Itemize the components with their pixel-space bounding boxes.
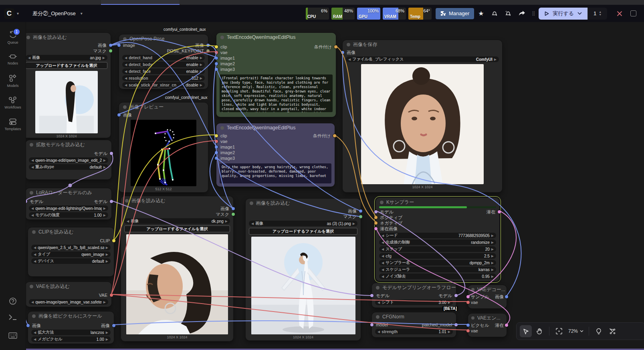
node-vae-decode[interactable]: VAEデコー... サンプル画像 vae <box>468 285 507 308</box>
sidebar-item-models[interactable]: Models <box>0 74 26 88</box>
port-latent-out-dot[interactable] <box>505 324 508 327</box>
upload-file-button[interactable]: アップロードするファイルを選択 <box>249 228 357 235</box>
port-vae-in-dot[interactable] <box>466 329 470 332</box>
shortcuts-button[interactable] <box>8 332 17 340</box>
node-cfgnorm[interactable]: CFGNorm modelpatched_model ◀strength1.01… <box>372 312 456 337</box>
drag-handle-icon[interactable]: ⣿ <box>532 11 535 16</box>
fit-view-button[interactable] <box>553 325 565 337</box>
batch-count-stepper[interactable]: 1 ▲▼ <box>587 8 607 20</box>
pan-tool-button[interactable] <box>533 325 545 337</box>
port-image-in-dot[interactable] <box>117 113 121 117</box>
node-textencode-negative[interactable]: TextEncodeQwenImageEditPlus clip条件付け vae… <box>216 123 335 187</box>
node-load-clip[interactable]: CLIPを読み込む CLIP ◀qwen/qwen_2.5_vl_7b_fp8_… <box>28 227 114 276</box>
port-image-out-dot[interactable] <box>359 209 362 213</box>
port-model-out-dot[interactable] <box>454 294 458 297</box>
collapse-dot[interactable] <box>123 37 127 41</box>
share-icon[interactable] <box>515 8 529 19</box>
widget-vae-file[interactable]: ◀qwen-image/qwen_image_vae.safetens...▶ <box>29 299 108 305</box>
port-image3-in-dot[interactable] <box>215 68 218 71</box>
port-mask-out-dot[interactable] <box>109 49 112 52</box>
clear-queue-icon[interactable] <box>613 8 626 19</box>
node-save-image[interactable]: 画像を保存 画像 ◀ファイル名_プレフィックスComfyUI▶ 1024 X 1… <box>343 40 502 192</box>
select-tool-button[interactable] <box>520 325 532 337</box>
port-negative-in-dot[interactable] <box>374 221 378 225</box>
node-vae-encode[interactable]: VAEエン... ピクセル潜在 vae <box>468 314 507 337</box>
widget-clip-type[interactable]: ◀タイプqwen_image▶ <box>31 251 111 257</box>
widget-detect-body[interactable]: ◀detect_bodyenable▶ <box>122 62 205 67</box>
node-load-diffusion-model[interactable]: 拡散モデルを読み込む モデル ◀qwen-image-edit/qwen_ima… <box>26 140 111 179</box>
comfyui-logo[interactable]: C <box>4 8 14 19</box>
toggle-minimap-button[interactable] <box>593 325 605 337</box>
port-vae-in-dot[interactable] <box>466 301 470 304</box>
port-clip-out-dot[interactable] <box>112 239 115 242</box>
node-ksampler[interactable]: Kサンプラー モデル潜在 ポジティブ ネガティブ 潜在画像 ◀シード777368… <box>376 198 499 281</box>
port-model-in-dot[interactable] <box>370 294 373 297</box>
port-image-out-dot[interactable] <box>505 295 508 298</box>
widget-image-file[interactable]: ◀画像an.jpg▶ <box>26 55 107 60</box>
collapse-dot[interactable] <box>125 199 129 203</box>
bell-icon[interactable] <box>488 8 501 19</box>
node-load-image-c[interactable]: 画像を読み込む 画像 マスク ◀画像as (3) (1).png▶ アップロード… <box>246 199 361 340</box>
widget-scale-stick[interactable]: ◀scale_stick_for_xinsr_cndisable▶ <box>122 82 205 88</box>
port-image-in-dot[interactable] <box>117 44 121 47</box>
port-conditioning-out-dot[interactable] <box>333 134 336 137</box>
collapse-dot[interactable] <box>32 314 36 318</box>
collapse-dot[interactable] <box>123 105 127 109</box>
port-clip-in-dot[interactable] <box>215 45 218 48</box>
widget-weight-dtype[interactable]: ◀重みdtypedefault▶ <box>29 164 108 170</box>
widget-model-file[interactable]: ◀qwen-image-edit/qwen_image_edit_2509 ..… <box>29 157 108 163</box>
node-scale-image[interactable]: 画像を総ピクセルにスケール 画像画像 ◀拡大方法lanczos▶ ◀メガピクセル… <box>28 312 114 344</box>
node-load-vae[interactable]: VAEを読み込む VAE ◀qwen-image/qwen_image_vae.… <box>26 282 111 307</box>
widget-lora-file[interactable]: ◀qwen-image-edit-lightning/Qwen-Image- .… <box>29 205 108 211</box>
prompt-textarea[interactable]: Only the upper body, wrong hairstyle, wr… <box>220 163 331 183</box>
collapse-dot[interactable] <box>26 36 30 39</box>
port-patched-model-out-dot[interactable] <box>454 323 458 326</box>
zoom-level-dropdown[interactable]: 72% <box>567 328 585 334</box>
port-image-in-dot[interactable] <box>341 51 344 54</box>
collapse-dot[interactable] <box>471 288 474 291</box>
node-load-image-a[interactable]: 画像を読み込む 画像 マスク ◀画像an.jpg▶ アップロードするファイルを選… <box>22 33 111 138</box>
port-pixels-in-dot[interactable] <box>466 324 470 327</box>
port-model-in-dot[interactable] <box>374 210 378 213</box>
port-image-out-dot[interactable] <box>109 44 112 47</box>
help-button[interactable] <box>9 297 17 307</box>
star-icon[interactable]: ★ <box>474 8 488 19</box>
port-model-in-dot[interactable] <box>370 323 373 326</box>
widget-shift[interactable]: ◀シフト3.00▶ <box>375 300 453 305</box>
panel-toggle-icon[interactable] <box>626 8 640 19</box>
port-mask-out-dot[interactable] <box>232 213 235 216</box>
sidebar-item-workflows[interactable]: Workflows <box>0 97 26 109</box>
widget-denoise[interactable]: ◀ノイズ除去0.95▶ <box>379 274 496 279</box>
upload-file-button[interactable]: アップロードするファイルを選択 <box>124 225 230 232</box>
port-model-out-dot[interactable] <box>110 152 113 155</box>
collapse-dot[interactable] <box>32 230 36 234</box>
sidebar-item-templates[interactable]: Templates <box>0 118 26 131</box>
port-image3-in-dot[interactable] <box>215 157 218 160</box>
widget-scheduler[interactable]: ◀スケジューラkarras▶ <box>379 267 496 272</box>
port-latent-out-dot[interactable] <box>498 210 501 213</box>
bell-alt-icon[interactable] <box>501 8 515 19</box>
collapse-dot[interactable] <box>347 43 350 46</box>
widget-filename-prefix[interactable]: ◀ファイル名_プレフィックスComfyUI▶ <box>346 56 499 62</box>
node-textencode-positive[interactable]: TextEncodeQwenImageEditPlus clip条件付け vae… <box>216 33 336 117</box>
node-load-image-b[interactable]: 画像を読み込む 画像 マスク ◀画像dk.png▶ アップロードするファイルを選… <box>121 196 233 341</box>
port-conditioning-out-dot[interactable] <box>334 45 337 48</box>
prompt-textarea[interactable]: (Frontal portrait) Female character look… <box>220 74 333 112</box>
node-model-sampling-auraflow[interactable]: モデルサンプリングオーラフロー モデルモデル ◀シフト3.00▶ <box>372 283 456 308</box>
workflow-title[interactable]: 差分②_OpenPose ▾ <box>32 10 85 17</box>
collapse-dot[interactable] <box>380 201 384 204</box>
port-mask-out-dot[interactable] <box>359 215 362 218</box>
collapse-dot[interactable] <box>220 36 224 39</box>
sidebar-item-queue[interactable]: 1 Queue <box>0 31 26 44</box>
port-vae-in-dot[interactable] <box>215 51 218 54</box>
widget-strength[interactable]: ◀strength1.01▶ <box>375 329 453 334</box>
port-vae-in-dot[interactable] <box>215 140 218 143</box>
widget-model-strength[interactable]: ◀モデルの強度1.00▶ <box>29 212 108 218</box>
widget-image-file[interactable]: ◀画像dk.png▶ <box>124 218 230 224</box>
widget-detect-face[interactable]: ◀detect_faceenable▶ <box>122 68 205 74</box>
port-model-out-dot[interactable] <box>110 200 113 203</box>
active-tab-indicator[interactable] <box>101 0 180 5</box>
node-openpose-pose[interactable]: OpenPose Pose image画像 POSE_KEYPOINT ◀det… <box>119 34 208 89</box>
port-image1-in-dot[interactable] <box>215 56 218 60</box>
widget-resolution[interactable]: ◀resolution512▶ <box>122 75 205 81</box>
